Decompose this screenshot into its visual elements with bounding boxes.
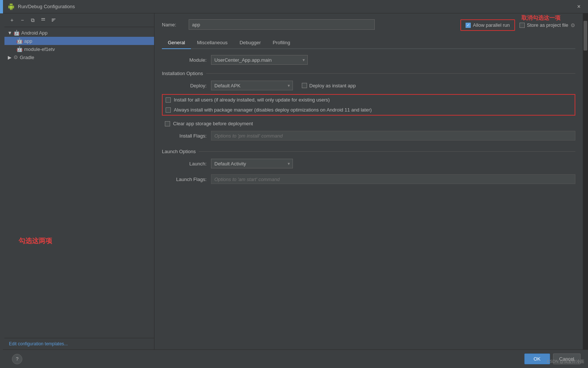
tree-item-gradle[interactable]: ▶ ⚙ Gradle [4, 53, 154, 61]
app-android-icon: 🤖 [16, 38, 23, 44]
add-config-button[interactable]: + [7, 16, 16, 25]
bottom-bar: ? OK Cancel [0, 349, 588, 368]
right-scrollbar[interactable] [583, 13, 588, 349]
module-label-field: Module: [162, 57, 207, 63]
clear-storage-checkbox[interactable] [165, 121, 170, 126]
allow-parallel-label: Allow parallel run [473, 22, 510, 28]
allow-parallel-checkbox[interactable] [466, 23, 471, 28]
tree-item-android-app[interactable]: ▼ 🤖 Android App [4, 29, 154, 37]
module-select[interactable]: UserCenter_App.app.main [211, 55, 308, 65]
launch-flags-label: Launch Flags: [162, 177, 207, 182]
launch-label: Launch: [162, 161, 207, 167]
deploy-row: Deploy: Default APKAPK from app bundleNo… [162, 81, 575, 90]
cancel-button[interactable]: Cancel [553, 354, 581, 364]
allow-parallel-run-box: Allow parallel run [460, 19, 515, 31]
sort-config-button[interactable] [49, 16, 58, 25]
install-all-users-row: Install for all users (if already instal… [163, 95, 575, 105]
launch-select[interactable]: Default ActivityNothingSpecified Activit… [211, 159, 293, 168]
config-tree: ▼ 🤖 Android App 🤖 app 🤖 module-ef1etv ▶ … [4, 27, 154, 338]
android-icon: 🤖 [13, 30, 20, 36]
dialog-title: Run/Debug Configurations [18, 4, 574, 9]
remove-config-button[interactable]: − [18, 16, 27, 25]
tab-miscellaneous[interactable]: Miscellaneous [191, 37, 233, 49]
svg-rect-0 [41, 18, 45, 19]
toolbar: + − ⧉ [4, 13, 154, 27]
gear-icon[interactable]: ⚙ [571, 22, 575, 28]
left-panel: + − ⧉ ▼ 🤖 Android App 🤖 app [0, 13, 154, 349]
controls-section: Allow parallel run Store as project file… [460, 19, 575, 31]
launch-options-title: Launch Options [162, 149, 196, 154]
launch-flags-input[interactable] [211, 174, 575, 184]
module-label: module-ef1etv [24, 46, 55, 52]
store-as-project-label: Store as project file [527, 22, 568, 28]
app-icon [7, 3, 15, 10]
tab-general[interactable]: General [162, 37, 191, 49]
expand-arrow: ▼ [7, 30, 12, 36]
title-bar: Run/Debug Configurations × [0, 0, 588, 13]
edit-config-templates-link[interactable]: Edit configuration templates... [4, 338, 154, 349]
scroll-handle[interactable] [584, 21, 587, 51]
instant-app-wrapper: Deploy as instant app [302, 83, 356, 88]
move-config-button[interactable] [39, 16, 48, 25]
right-panel: Name: Allow parallel run Store as projec… [154, 13, 583, 349]
svg-rect-1 [41, 20, 45, 20]
tab-profiling[interactable]: Profiling [267, 37, 296, 49]
tabs-row: General Miscellaneous Debugger Profiling [162, 37, 575, 49]
launch-options-section: Launch Options [162, 149, 575, 154]
help-button[interactable]: ? [12, 354, 22, 364]
gradle-label: Gradle [20, 55, 34, 60]
tab-debugger[interactable]: Debugger [234, 37, 267, 49]
always-install-pm-checkbox[interactable] [166, 107, 171, 113]
name-section: Name: [162, 19, 454, 30]
store-as-project-wrapper: Store as project file ⚙ [520, 22, 575, 28]
instant-app-label: Deploy as instant app [309, 83, 356, 88]
instant-app-checkbox[interactable] [302, 83, 307, 88]
installation-options-section: Installation Options [162, 71, 575, 76]
install-all-users-checkbox[interactable] [166, 97, 171, 103]
module-android-icon: 🤖 [16, 46, 23, 52]
install-flags-row: Install Flags: [162, 131, 575, 141]
android-app-label: Android App [21, 30, 48, 36]
name-row-wrapper: Name: Allow parallel run Store as projec… [162, 19, 575, 31]
tree-item-module[interactable]: 🤖 module-ef1etv [4, 45, 154, 53]
clear-storage-label: Clear app storage before deployment [173, 121, 253, 126]
ok-button[interactable]: OK [524, 354, 550, 364]
deploy-select[interactable]: Default APKAPK from app bundleNothing [211, 81, 293, 90]
deploy-select-wrapper: Default APKAPK from app bundleNothing ▼ [211, 81, 293, 90]
name-label: Name: [162, 22, 184, 28]
installation-options-title: Installation Options [162, 71, 203, 76]
module-row: Module: UserCenter_App.app.main ▼ [162, 55, 575, 65]
launch-select-wrapper: Default ActivityNothingSpecified Activit… [211, 159, 293, 168]
tree-item-app[interactable]: 🤖 app [4, 37, 154, 45]
copy-config-button[interactable]: ⧉ [28, 16, 37, 25]
clear-storage-row: Clear app storage before deployment [162, 119, 575, 129]
gradle-arrow: ▶ [7, 55, 12, 60]
name-input[interactable] [189, 19, 375, 30]
always-install-pm-row: Always install with package manager (dis… [163, 105, 575, 115]
deploy-label: Deploy: [162, 83, 207, 88]
install-flags-input[interactable] [211, 131, 575, 141]
install-options-red-border: Install for all users (if already instal… [162, 94, 575, 116]
store-as-project-checkbox[interactable] [520, 23, 525, 28]
launch-row: Launch: Default ActivityNothingSpecified… [162, 159, 575, 168]
install-flags-label: Install Flags: [162, 133, 207, 139]
launch-divider-line [199, 151, 575, 152]
launch-flags-row: Launch Flags: [162, 174, 575, 184]
module-select-wrapper: UserCenter_App.app.main ▼ [211, 55, 308, 65]
app-label: app [24, 38, 32, 44]
gradle-icon: ⚙ [13, 54, 18, 60]
always-install-pm-label: Always install with package manager (dis… [174, 107, 372, 113]
main-container: + − ⧉ ▼ 🤖 Android App 🤖 app [0, 13, 588, 349]
divider-line [206, 73, 575, 74]
install-all-users-label: Install for all users (if already instal… [174, 97, 330, 103]
close-button[interactable]: × [574, 2, 584, 12]
